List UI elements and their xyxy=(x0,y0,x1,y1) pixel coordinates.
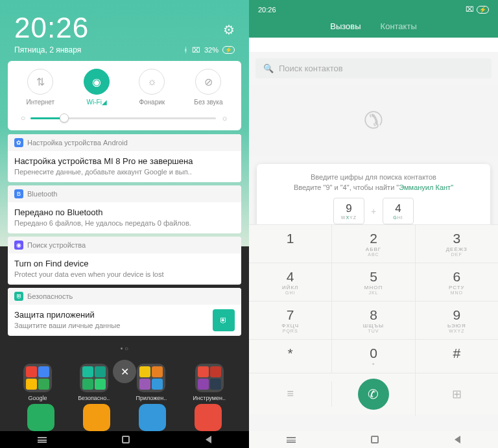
app-name: Безопасность xyxy=(27,292,73,300)
dial-key-#[interactable]: # xyxy=(416,340,498,373)
dial-key-9[interactable]: 9 ЬЭЮЯ WXYZ xyxy=(416,301,498,339)
phone-left-lockscreen: 20:26 ⚙ Пятница, 2 января ᚼ ⌧ 32% ⚡ ⇅Инт… xyxy=(0,0,249,448)
dial-key-7[interactable]: 7 ФХЦЧ PQRS xyxy=(249,301,332,339)
dial-key-4[interactable]: 4 ИЙКЛ GHI xyxy=(249,263,332,301)
dial-key-2[interactable]: 2 АБВГ ABC xyxy=(332,225,415,263)
battery-box-icon: ⌧ xyxy=(466,5,474,14)
qs-torch[interactable]: ☼Фонарик xyxy=(139,69,165,106)
app-name: Поиск устройства xyxy=(27,241,86,249)
dialer-body: 🔍 Поиск контактов ✆ Введите цифры для по… xyxy=(249,52,498,431)
battery-box-icon: ⌧ xyxy=(192,46,200,54)
dial-key-8[interactable]: 8 ШЩЪЫ TUV xyxy=(332,301,415,339)
t9-hint-card: Введите цифры для поиска контактов Введи… xyxy=(257,164,490,233)
navbar xyxy=(249,431,498,448)
app-icon: ◉ xyxy=(14,241,23,250)
notif-title: Настройка устройства MI 8 Pro не заверше… xyxy=(14,156,235,166)
call-button[interactable]: ✆ xyxy=(332,373,415,416)
settings-icon[interactable]: ⚙ xyxy=(223,22,235,44)
clock: 20:26 xyxy=(258,6,276,14)
phone-icon: ✆ xyxy=(368,386,379,402)
notif-text: Защитите ваши личные данные xyxy=(14,322,235,329)
search-placeholder: Поиск контактов xyxy=(279,64,343,73)
dial-key-0[interactable]: 0 + xyxy=(332,340,415,373)
torch-icon: ☼ xyxy=(139,69,165,95)
folder[interactable]: Приложен.. xyxy=(136,364,167,401)
nav-back[interactable] xyxy=(206,436,211,443)
wifi-icon: ◉ xyxy=(84,69,110,95)
dial-key-5[interactable]: 5 МНОП JKL xyxy=(332,263,415,301)
brightness-icon: ☼ xyxy=(221,113,228,123)
tab-contacts[interactable]: Контакты xyxy=(381,21,417,31)
folder[interactable]: Инструмен.. xyxy=(193,364,226,401)
brightness-auto-icon: ○ xyxy=(21,113,25,123)
contact-search[interactable]: 🔍 Поиск контактов xyxy=(255,58,492,78)
navbar xyxy=(0,431,249,448)
bluetooth-icon: ᚼ xyxy=(184,46,188,54)
hint-line-2: Введите "9" и "4", чтобы найти "Эммануил… xyxy=(263,183,484,191)
app-name: Bluetooth xyxy=(27,190,57,198)
brightness-slider[interactable]: ○ ☼ xyxy=(12,106,237,124)
notification[interactable]: ✿Настройка устройства Android Настройка … xyxy=(8,134,241,182)
dialpad-toggle[interactable]: ⊞ xyxy=(416,381,498,407)
status-icons: ⌧ ⚡ xyxy=(466,5,489,14)
notif-text: Перенесите данные, добавьте аккаунт Goog… xyxy=(14,168,235,176)
dock-phone[interactable] xyxy=(27,404,54,431)
dial-key-1[interactable]: 1 xyxy=(249,225,332,263)
qs-wifi[interactable]: ◉Wi-Fi◢ xyxy=(84,69,110,106)
nav-recents[interactable] xyxy=(38,437,47,443)
dial-key-*[interactable]: * xyxy=(249,340,332,373)
tabs: Вызовы Контакты xyxy=(258,18,489,38)
notification-shade: 20:26 ⚙ Пятница, 2 января ᚼ ⌧ 32% ⚡ ⇅Инт… xyxy=(0,0,249,336)
phone-right-dialer: 20:26 ⌧ ⚡ Вызовы Контакты 🔍 Поиск контак… xyxy=(249,0,498,448)
silent-icon: ⊘ xyxy=(195,69,221,95)
empty-calls: ✆ xyxy=(249,85,498,156)
app-icon: ✿ xyxy=(14,138,23,147)
phone-outline-icon: ✆ xyxy=(364,107,383,134)
dock xyxy=(0,404,249,431)
folder-label: Приложен.. xyxy=(136,395,167,401)
notif-title: Turn on Find device xyxy=(14,259,235,268)
nav-recents[interactable] xyxy=(287,437,296,443)
page-indicator: • ○ xyxy=(0,345,249,352)
dialer-header: 20:26 ⌧ ⚡ Вызовы Контакты xyxy=(249,0,498,38)
notification[interactable]: ◉Поиск устройства Turn on Find device Pr… xyxy=(8,237,241,285)
folder[interactable]: Безопасно.. xyxy=(78,364,110,401)
clear-all-button[interactable]: ✕ xyxy=(113,360,136,383)
dock-messages[interactable] xyxy=(83,404,110,431)
qs-silent[interactable]: ⊘Без звука xyxy=(194,69,222,106)
app-name: Настройка устройства Android xyxy=(27,139,128,147)
clock: 20:26 xyxy=(14,12,89,44)
menu-button[interactable]: ≡ xyxy=(249,381,332,407)
folder[interactable]: Google xyxy=(23,364,52,401)
dock-camera[interactable] xyxy=(195,404,222,431)
nav-home[interactable] xyxy=(371,436,379,443)
app-icon: B xyxy=(14,189,23,198)
dial-key-3[interactable]: 3 ДЕЁЖЗ DEF xyxy=(416,225,498,263)
hint-key-4: 4GHI xyxy=(383,198,414,224)
notification[interactable]: BBluetooth Передано по Bluetooth Передан… xyxy=(8,185,241,233)
nav-back[interactable] xyxy=(455,436,460,443)
status-icons: ᚼ ⌧ 32% ⚡ xyxy=(184,46,235,54)
date: Пятница, 2 января xyxy=(14,45,81,54)
notif-text: Передано 6 файлов, Не удалось передать 0… xyxy=(14,219,235,227)
battery-percent: 32% xyxy=(204,46,219,54)
notif-title: Передано по Bluetooth xyxy=(14,207,235,217)
notif-title: Защита приложений xyxy=(14,310,235,320)
folder-label: Безопасно.. xyxy=(78,395,110,401)
hint-line-1: Введите цифры для поиска контактов xyxy=(263,173,484,181)
dialpad: 1 2 АБВГ ABC 3 ДЕЁЖЗ DEF 4 ИЙКЛ GHI 5 МН… xyxy=(249,224,498,414)
qs-internet[interactable]: ⇅Интернет xyxy=(27,69,55,106)
nav-home[interactable] xyxy=(122,436,130,443)
data-icon: ⇅ xyxy=(27,69,53,95)
shield-icon[interactable]: ⛨ xyxy=(213,309,235,331)
search-icon: 🔍 xyxy=(263,64,274,73)
folder-label: Инструмен.. xyxy=(193,395,226,401)
hint-key-9: 9WXYZ xyxy=(333,198,364,224)
quick-settings: ⇅Интернет ◉Wi-Fi◢ ☼Фонарик ⊘Без звука ○ … xyxy=(8,61,241,130)
app-icon: ⛨ xyxy=(14,292,23,301)
tab-calls[interactable]: Вызовы xyxy=(330,21,361,31)
folder-label: Google xyxy=(29,395,47,401)
notification[interactable]: ⛨Безопасность Защита приложений Защитите… xyxy=(8,288,241,336)
dial-key-6[interactable]: 6 РСТУ MNO xyxy=(416,263,498,301)
dock-browser[interactable] xyxy=(139,404,166,431)
